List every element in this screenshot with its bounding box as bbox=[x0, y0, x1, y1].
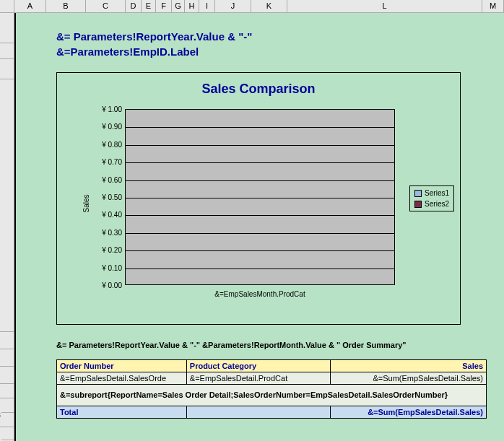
chart-y-tick-label: ¥ 0.80 bbox=[90, 140, 122, 148]
column-header[interactable]: I bbox=[199, 0, 215, 12]
column-header[interactable]: G bbox=[172, 0, 185, 12]
cell-sales[interactable]: &=Sum(EmpSalesDetail.Sales) bbox=[331, 372, 487, 385]
chart-y-tick-label: ¥ 1.00 bbox=[90, 105, 122, 113]
column-header[interactable]: A bbox=[14, 0, 46, 12]
chart-gridline bbox=[126, 127, 394, 128]
report-title-line-2: &=Parameters!EmpID.Label bbox=[56, 45, 504, 58]
column-header[interactable]: F bbox=[156, 0, 172, 12]
chart-x-axis-label: &=EmpSalesMonth.ProdCat bbox=[125, 290, 395, 298]
spreadsheet-frame: ABCDEFGHIJKLM &= Parameters!ReportYear.V… bbox=[0, 0, 504, 441]
cell-product-category[interactable]: &=EmpSalesDetail.ProdCat bbox=[186, 372, 331, 385]
table-subreport-row[interactable]: &=subreport{ReportName=Sales Order Detai… bbox=[57, 385, 487, 406]
cell-total-label[interactable]: Total bbox=[57, 406, 187, 419]
row-headers bbox=[0, 13, 14, 441]
row-header[interactable] bbox=[0, 367, 14, 384]
legend-label: Series2 bbox=[425, 200, 449, 208]
column-headers: ABCDEFGHIJKLM bbox=[14, 0, 504, 13]
column-header[interactable]: J bbox=[215, 0, 251, 12]
chart-body: Sales ¥ 1.00¥ 0.90¥ 0.80¥ 0.70¥ 0.60¥ 0.… bbox=[73, 109, 395, 298]
chart-gridline bbox=[126, 145, 394, 146]
column-header[interactable]: E bbox=[142, 0, 156, 12]
row-header[interactable] bbox=[0, 398, 14, 413]
chart-y-tick-label: ¥ 0.00 bbox=[90, 281, 122, 289]
chart-y-tick-label: ¥ 0.70 bbox=[90, 158, 122, 166]
chart-y-tick-label: ¥ 0.30 bbox=[90, 228, 122, 236]
report-page: &= Parameters!ReportYear.Value & "-" &=P… bbox=[14, 13, 504, 441]
column-header[interactable]: H bbox=[185, 0, 199, 12]
row-label-footer: ##footer bbox=[0, 435, 1, 441]
chart-y-tick-label: ¥ 0.20 bbox=[90, 246, 122, 254]
legend-swatch-icon bbox=[414, 201, 422, 208]
column-header[interactable]: C bbox=[86, 0, 126, 12]
chart-title: Sales Comparison bbox=[57, 73, 460, 102]
chart-y-axis-label: Sales bbox=[82, 194, 90, 212]
legend-entry: Series1 bbox=[414, 189, 449, 197]
col-header-sales[interactable]: Sales bbox=[331, 360, 487, 372]
chart-gridline bbox=[126, 215, 394, 216]
table-row[interactable]: &=EmpSalesDetail.SalesOrde &=EmpSalesDet… bbox=[57, 372, 487, 385]
row-header[interactable] bbox=[0, 79, 14, 332]
chart-legend: Series1 Series2 bbox=[409, 185, 454, 211]
column-header[interactable]: B bbox=[46, 0, 86, 12]
row-header[interactable] bbox=[0, 384, 14, 398]
chart-y-tick-label: ¥ 0.40 bbox=[90, 211, 122, 219]
summary-expression: &= Parameters!ReportYear.Value & "-" &Pa… bbox=[56, 341, 504, 349]
sheet-canvas[interactable]: &= Parameters!ReportYear.Value & "-" &=P… bbox=[14, 13, 504, 441]
cell-total-sales[interactable]: &=Sum(EmpSalesDetail.Sales) bbox=[331, 406, 487, 419]
row-header[interactable] bbox=[0, 332, 14, 349]
report-table: Order Number Product Category Sales &=Em… bbox=[56, 359, 487, 419]
column-header[interactable]: K bbox=[251, 0, 287, 12]
row-label-group: ##group{S bbox=[0, 411, 1, 419]
column-header[interactable]: M bbox=[482, 0, 504, 12]
chart-y-tick-label: ¥ 0.90 bbox=[90, 123, 122, 131]
col-header-product-category[interactable]: Product Category bbox=[186, 360, 331, 372]
row-header[interactable] bbox=[0, 413, 14, 427]
row-header[interactable] bbox=[0, 43, 14, 59]
col-header-order-number[interactable]: Order Number bbox=[57, 360, 187, 372]
chart-gridline bbox=[126, 162, 394, 163]
table-total-row[interactable]: Total &=Sum(EmpSalesDetail.Sales) bbox=[57, 406, 487, 419]
row-header[interactable] bbox=[0, 13, 14, 43]
legend-swatch-icon bbox=[414, 190, 422, 197]
chart-y-tick-label: ¥ 0.50 bbox=[90, 193, 122, 201]
chart-gridline bbox=[126, 180, 394, 181]
chart-gridline bbox=[126, 268, 394, 269]
chart-y-tick-label: ¥ 0.10 bbox=[90, 263, 122, 271]
cell-subreport-expr[interactable]: &=subreport{ReportName=Sales Order Detai… bbox=[57, 385, 487, 406]
chart-gridline bbox=[126, 198, 394, 198]
legend-entry: Series2 bbox=[414, 200, 449, 208]
chart-gridline bbox=[126, 250, 394, 251]
legend-label: Series1 bbox=[425, 189, 449, 197]
cell-total-blank[interactable] bbox=[186, 406, 331, 419]
row-header[interactable] bbox=[0, 427, 14, 440]
row-header[interactable] bbox=[0, 59, 14, 79]
chart-plot-area bbox=[125, 109, 395, 285]
report-title-line-1: &= Parameters!ReportYear.Value & "-" bbox=[56, 30, 504, 43]
chart-y-tick-label: ¥ 0.60 bbox=[90, 175, 122, 183]
column-header[interactable]: D bbox=[126, 0, 142, 12]
report-title-block: &= Parameters!ReportYear.Value & "-" &=P… bbox=[16, 13, 504, 58]
cell-order-number[interactable]: &=EmpSalesDetail.SalesOrde bbox=[57, 372, 187, 385]
row-header[interactable] bbox=[0, 349, 14, 367]
column-header[interactable]: L bbox=[287, 0, 482, 12]
chart-gridline bbox=[126, 233, 394, 234]
table-header-row: Order Number Product Category Sales bbox=[57, 360, 487, 372]
chart-container[interactable]: Sales Comparison Sales ¥ 1.00¥ 0.90¥ 0.8… bbox=[56, 72, 461, 325]
select-all-corner[interactable] bbox=[0, 0, 14, 13]
